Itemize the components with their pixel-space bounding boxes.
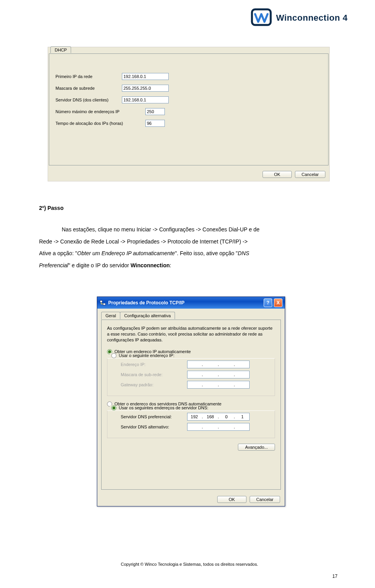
group-static-ip: Usar o seguinte endereço IP: Endereço IP… [107,358,275,396]
para-line3a: Ative a opção: " [39,250,77,256]
para-line3b: ". Feito isso, ative opção " [175,250,238,256]
dhcp-panel: DHCP Primeiro IP da rede Mascara de subr… [48,47,330,181]
input-gateway[interactable]: ... [187,381,250,389]
dns1-octet-a: 192 [188,414,200,419]
para-line4-bold: Winconnection [130,262,170,268]
dns1-octet-b: 168 [204,414,216,419]
input-max-enderecos[interactable] [145,108,165,115]
cancel-button[interactable]: Cancelar [250,496,280,503]
para-line4b: " e digite o IP do servidor [68,262,131,268]
brand-text: Winconnection 4 [276,13,348,23]
label-endereco-ip: Endereço IP: [121,362,187,367]
para-line2: Rede -> Conexão de Rede Local -> Proprie… [39,238,248,245]
label-primeiro-ip: Primeiro IP da rede [55,74,122,79]
label-usar-ip: Usar o seguinte endereço IP: [119,353,174,358]
dns1-octet-c: 0 [220,414,232,419]
para-line3-italic: Obter um Endereço IP automaticamente [77,250,175,256]
dns1-octet-d: 1 [236,414,248,419]
para-line4-italic: Preferencial [39,262,68,268]
svg-rect-2 [103,303,105,305]
winconnection-logo-icon [250,8,273,28]
para-line3c: DNS [238,250,250,256]
tab-dhcp[interactable]: DHCP [50,46,71,53]
label-dns-clientes: Servidor DNS (dos clientes) [55,98,122,102]
input-endereco-ip[interactable]: ... [187,361,250,368]
step-heading: 2º) Passo [39,205,64,211]
tcpip-properties-dialog: Propriedades de Protocolo TCP/IP ? X Ger… [97,297,285,506]
instruction-paragraph: 2º) Passo Nas estações, clique no menu I… [39,202,340,272]
group-static-dns: Usar os seguintes endereços de servidor … [107,410,275,438]
network-icon [100,300,106,306]
help-button[interactable]: ? [264,298,272,307]
input-tempo-alocacao[interactable] [145,120,165,127]
label-usar-dns: Usar os seguintes endereços de servidor … [119,405,208,410]
input-dns-preferencial[interactable]: 192. 168. 0. 1 [187,413,250,421]
page-number: 17 [332,574,338,579]
dialog-titlebar[interactable]: Propriedades de Protocolo TCP/IP ? X [97,297,285,309]
label-tempo-alocacao: Tempo de alocação dos IPs (horas) [55,121,145,126]
tab-geral[interactable]: Geral [101,312,120,319]
svg-rect-0 [252,9,271,25]
dhcp-inner: Primeiro IP da rede Mascara de subrede S… [49,53,329,165]
radio-usar-ip[interactable] [111,353,116,358]
cancel-button[interactable]: Cancelar [295,171,325,178]
info-text: As configurações IP podem ser atribuídas… [107,325,275,343]
input-dns-alternativo[interactable]: ... [187,423,250,431]
tab-panel-geral: As configurações IP podem ser atribuídas… [101,320,281,490]
para-line4c: : [170,262,171,268]
label-dns-alternativo: Servidor DNS alternativo: [121,425,187,429]
label-mascara: Mascara de subrede [55,86,122,91]
tab-config-alt[interactable]: Configuração alternativa [120,312,175,319]
label-dns-preferencial: Servidor DNS preferencial: [121,414,187,419]
brand-header: Winconnection 4 [250,8,348,28]
para-line1: Nas estações, clique no menu Iniciar -> … [62,226,259,233]
page-footer-copyright: Copyright © Winco Tecnologia e Sistemas,… [39,562,340,567]
input-mascara-subrede[interactable]: ... [187,371,250,378]
input-primeiro-ip[interactable] [122,73,169,80]
input-mascara[interactable] [122,85,169,92]
input-dns-clientes[interactable] [122,96,169,103]
svg-rect-1 [100,300,102,302]
ok-button[interactable]: OK [262,171,292,178]
label-gateway: Gateway padrão: [121,382,187,387]
dialog-title: Propriedades de Protocolo TCP/IP [108,300,184,306]
label-mascara-subrede: Máscara de sub-rede: [121,372,187,377]
ok-button[interactable]: OK [217,496,246,503]
dialog-tabs: Geral Configuração alternativa [101,312,175,319]
close-button[interactable]: X [274,298,282,307]
advanced-button[interactable]: Avançado... [238,444,275,451]
radio-usar-dns[interactable] [111,405,116,410]
label-max-enderecos: Número máximo de endereços IP [55,109,145,114]
